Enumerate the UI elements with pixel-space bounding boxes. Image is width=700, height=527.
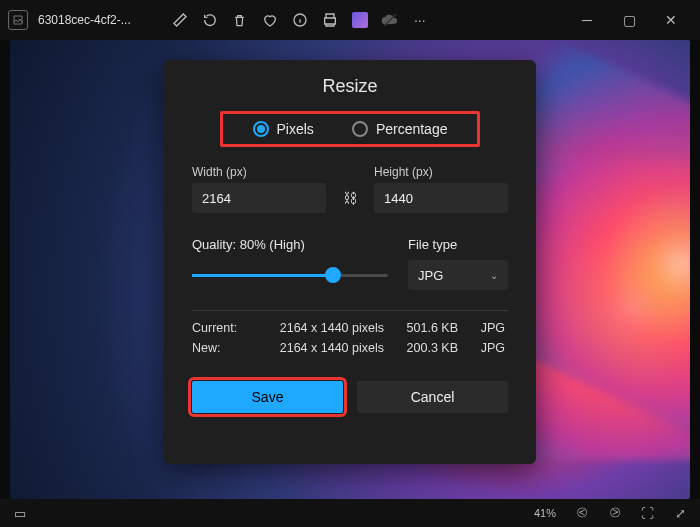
info-icon[interactable] (291, 11, 309, 29)
top-toolbar: ··· (171, 11, 429, 29)
chevron-down-icon: ⌄ (490, 270, 498, 281)
minimize-button[interactable]: ─ (566, 5, 608, 35)
radio-dot-icon (352, 121, 368, 137)
quality-label: Quality: 80% (High) (192, 237, 408, 252)
zoom-in-icon[interactable]: ⧁ (607, 506, 622, 521)
radio-dot-icon (253, 121, 269, 137)
filetype-label: File type (408, 237, 508, 252)
rotate-icon[interactable] (201, 11, 219, 29)
radio-percentage[interactable]: Percentage (352, 121, 448, 137)
cloud-sync-icon[interactable] (381, 11, 399, 29)
filmstrip-icon[interactable]: ▭ (12, 506, 27, 521)
radio-percentage-label: Percentage (376, 121, 448, 137)
status-bar: ▭ 41% ⧀ ⧁ ⛶ ⤢ (0, 499, 700, 527)
dialog-title: Resize (192, 76, 508, 97)
divider (192, 310, 508, 311)
radio-pixels[interactable]: Pixels (253, 121, 314, 137)
height-input[interactable] (374, 183, 508, 213)
more-icon[interactable]: ··· (411, 11, 429, 29)
file-name: 63018cec-4cf2-... (38, 13, 131, 27)
unit-radio-group: Pixels Percentage (220, 111, 480, 147)
height-label: Height (px) (374, 165, 508, 179)
save-button[interactable]: Save (192, 381, 343, 413)
radio-pixels-label: Pixels (277, 121, 314, 137)
print-icon[interactable] (321, 11, 339, 29)
new-size: 200.3 KB (396, 341, 458, 355)
link-dimensions-icon[interactable]: ⛓ (336, 184, 364, 212)
title-bar: 63018cec-4cf2-... ··· ─ ▢ ✕ (0, 0, 700, 40)
clipchamp-icon[interactable] (351, 11, 369, 29)
cancel-button[interactable]: Cancel (357, 381, 508, 413)
resize-dialog: Resize Pixels Percentage Width (px) ⛓ He… (164, 60, 536, 464)
edit-icon[interactable] (171, 11, 189, 29)
width-label: Width (px) (192, 165, 326, 179)
zoom-value: 41% (534, 507, 556, 519)
window-controls: ─ ▢ ✕ (566, 5, 692, 35)
filetype-value: JPG (418, 268, 443, 283)
width-input[interactable] (192, 183, 326, 213)
size-info: Current: 2164 x 1440 pixels 501.6 KB JPG… (192, 321, 508, 355)
new-type: JPG (470, 341, 505, 355)
fit-screen-icon[interactable]: ⛶ (640, 506, 655, 521)
app-icon (8, 10, 28, 30)
close-button[interactable]: ✕ (650, 5, 692, 35)
current-size: 501.6 KB (396, 321, 458, 335)
current-label: Current: (192, 321, 252, 335)
new-dims: 2164 x 1440 pixels (264, 341, 384, 355)
current-dims: 2164 x 1440 pixels (264, 321, 384, 335)
new-label: New: (192, 341, 252, 355)
zoom-out-icon[interactable]: ⧀ (574, 506, 589, 521)
current-type: JPG (470, 321, 505, 335)
filetype-select[interactable]: JPG ⌄ (408, 260, 508, 290)
delete-icon[interactable] (231, 11, 249, 29)
favorite-icon[interactable] (261, 11, 279, 29)
maximize-button[interactable]: ▢ (608, 5, 650, 35)
quality-slider[interactable] (192, 266, 388, 284)
fullscreen-icon[interactable]: ⤢ (673, 506, 688, 521)
slider-thumb-icon[interactable] (325, 267, 341, 283)
